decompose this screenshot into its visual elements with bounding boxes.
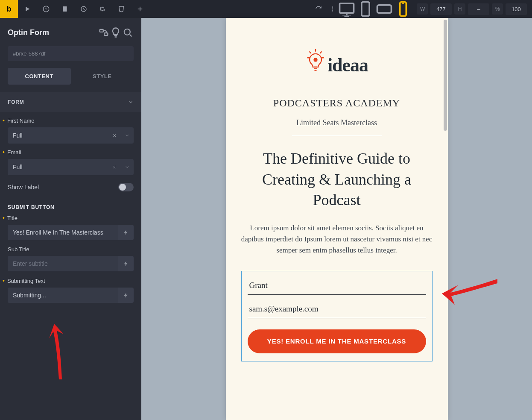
email-width-value: Full [8, 164, 108, 170]
first-name-width-value: Full [8, 132, 108, 139]
panel-title: Optin Form [8, 28, 98, 37]
add-element-icon[interactable] [131, 0, 149, 18]
email-label: Email [8, 149, 134, 156]
css-icon[interactable] [112, 0, 131, 18]
history-icon[interactable] [74, 0, 93, 18]
canvas[interactable]: ideaa PODCASTERS ACADEMY Limited Seats M… [141, 18, 532, 420]
svg-text:?: ? [45, 7, 47, 11]
dimension-controls: W 477 H – % 100 [417, 3, 527, 15]
logo-text: ideaa [327, 54, 368, 76]
css-selector-input[interactable] [8, 46, 134, 61]
lightbulb-icon[interactable] [110, 26, 122, 38]
first-name-width-select[interactable]: Full [8, 127, 134, 144]
height-label: H [454, 3, 465, 15]
clear-icon[interactable] [108, 159, 121, 175]
svg-rect-2 [63, 6, 67, 12]
submit-button-section-title: SUBMIT BUTTON [0, 197, 141, 214]
panel-tabs: CONTENT STYLE [0, 68, 141, 85]
more-icon[interactable] [328, 0, 337, 18]
optin-form[interactable]: YES! ENROLL ME IN THE MASTERCLASS [241, 271, 433, 361]
svg-rect-10 [400, 2, 406, 16]
page-preview: ideaa PODCASTERS ACADEMY Limited Seats M… [226, 18, 448, 420]
clear-icon[interactable] [108, 127, 121, 144]
settings-icon[interactable] [93, 0, 112, 18]
viewport-tablet-portrait[interactable] [356, 0, 375, 18]
element-settings-panel: Optin Form CONTENT STYLE FORM First Name… [0, 18, 141, 420]
submitting-text-label: Submitting Text [8, 277, 134, 284]
svg-rect-7 [340, 3, 354, 13]
first-name-label: First Name [8, 117, 134, 124]
show-label-toggle[interactable] [118, 183, 134, 191]
dynamic-data-icon[interactable] [118, 225, 134, 240]
section-form-title: FORM [8, 99, 24, 105]
width-value[interactable]: 477 [430, 3, 452, 15]
email-input[interactable] [248, 295, 426, 318]
show-label-text: Show Label [8, 184, 39, 191]
height-value[interactable]: – [468, 3, 489, 15]
body-text: Lorem ipsum dolor sit amet elemen sociis… [241, 223, 433, 256]
chevron-down-icon[interactable] [121, 127, 134, 144]
section-form[interactable]: FORM [0, 92, 141, 112]
eyebrow-text: PODCASTERS ACADEMY [241, 97, 433, 109]
first-name-input[interactable] [248, 271, 426, 295]
svg-point-5 [332, 9, 333, 9]
viewport-desktop[interactable] [337, 0, 356, 18]
svg-rect-12 [104, 33, 108, 35]
email-width-select[interactable]: Full [8, 159, 134, 175]
zoom-label: % [492, 3, 503, 15]
submit-button[interactable]: YES! ENROLL ME IN THE MASTERCLASS [248, 329, 426, 353]
dynamic-data-icon[interactable] [118, 288, 134, 303]
reload-icon[interactable] [309, 0, 328, 18]
pages-icon[interactable] [56, 0, 74, 18]
viewport-switcher [337, 0, 412, 18]
svg-rect-8 [362, 2, 369, 16]
viewport-mobile[interactable] [394, 0, 412, 18]
svg-point-13 [124, 29, 130, 35]
svg-point-4 [332, 6, 333, 7]
search-icon[interactable] [122, 26, 134, 38]
submitting-text-input[interactable] [8, 288, 118, 303]
width-label: W [417, 3, 428, 15]
svg-rect-9 [377, 5, 392, 13]
submit-subtitle-label: Sub Title [8, 246, 134, 253]
headline: The Definitive Guide to Creating & Launc… [241, 148, 433, 211]
tab-style[interactable]: STYLE [71, 68, 134, 85]
device-frame: ideaa PODCASTERS ACADEMY Limited Seats M… [226, 18, 448, 420]
svg-point-6 [332, 10, 333, 11]
divider [292, 136, 382, 136]
viewport-tablet-landscape[interactable] [375, 0, 394, 18]
submit-subtitle-input[interactable] [8, 256, 118, 271]
tab-content[interactable]: CONTENT [8, 68, 71, 85]
site-logo: ideaa [241, 48, 433, 76]
zoom-value[interactable]: 100 [506, 3, 527, 15]
sub-eyebrow-text: Limited Seats Masterclass [241, 118, 433, 127]
scrollbar[interactable] [444, 20, 447, 131]
help-icon[interactable]: ? [37, 0, 56, 18]
app-logo[interactable]: b [0, 0, 18, 18]
classes-icon[interactable] [98, 26, 110, 38]
svg-rect-11 [100, 29, 103, 32]
preview-play-icon[interactable] [18, 0, 37, 18]
dynamic-data-icon[interactable] [118, 256, 134, 271]
submit-title-input[interactable] [8, 225, 118, 240]
submit-title-label: Title [8, 214, 134, 221]
lightbulb-icon [305, 48, 326, 76]
chevron-down-icon[interactable] [121, 159, 134, 175]
top-toolbar: b ? W 477 H – % 100 [0, 0, 532, 18]
chevron-down-icon [128, 99, 134, 105]
